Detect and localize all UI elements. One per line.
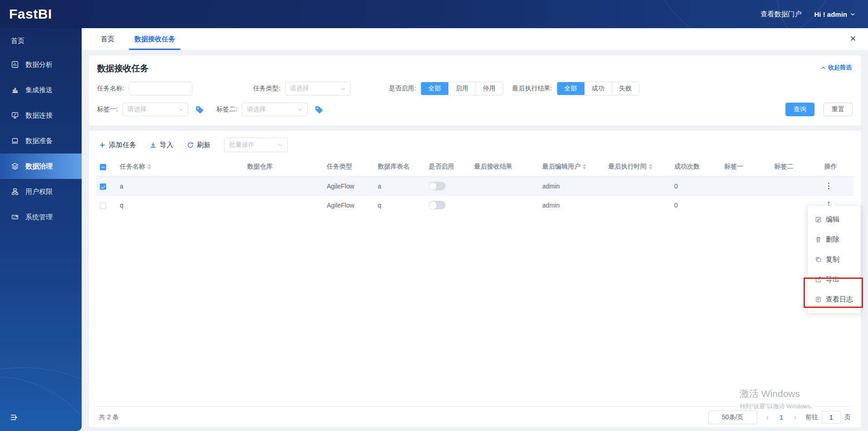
tag2-select[interactable]: 请选择	[242, 103, 308, 116]
task-type-select[interactable]: 请选择	[285, 82, 351, 95]
column-task-type: 任务类型	[323, 158, 374, 177]
sidebar-collapse-button[interactable]	[9, 412, 19, 424]
menu-item-delete[interactable]: 删除	[808, 229, 860, 249]
add-task-button[interactable]: 添加任务	[99, 141, 136, 149]
plus-icon	[99, 142, 106, 149]
tag2-manage-button[interactable]	[314, 104, 324, 114]
result-option-fail[interactable]: 失败	[612, 82, 639, 95]
column-last-exec-time[interactable]: 最后执行时间	[608, 163, 652, 171]
goto-label: 前往	[805, 413, 818, 421]
task-name-input[interactable]	[129, 82, 192, 95]
cell-warehouse	[244, 177, 323, 196]
trash-icon	[815, 236, 822, 243]
column-task-name[interactable]: 任务名称	[120, 163, 151, 171]
tag1-manage-button[interactable]	[195, 104, 205, 114]
table-footer: 共 2 条 50条/页 ‹ 1 › 前往 页	[96, 406, 853, 427]
task-type-label: 任务类型:	[253, 84, 280, 93]
sort-caret-icon[interactable]	[583, 164, 586, 169]
cell-success-count: 0	[671, 177, 721, 196]
enabled-toggle[interactable]	[429, 182, 446, 190]
sidebar-item-integration-push[interactable]: 集成推送	[0, 77, 82, 103]
app-logo: FastBI	[9, 6, 52, 22]
menu-item-view-log[interactable]: 查看日志	[808, 289, 860, 309]
enable-option-all[interactable]: 全部	[421, 82, 448, 95]
next-page-button[interactable]: ›	[791, 413, 799, 421]
batch-operation-select[interactable]: 批量操作	[224, 138, 288, 152]
column-enabled: 是否启用	[425, 158, 471, 177]
column-last-editor[interactable]: 最后编辑用户	[542, 163, 586, 171]
collapse-menu-icon	[9, 412, 19, 422]
chevron-down-icon	[850, 12, 855, 17]
task-name-label: 任务名称:	[97, 84, 124, 93]
sort-caret-icon[interactable]	[147, 164, 151, 169]
page-number-1[interactable]: 1	[778, 414, 785, 421]
cell-last-result	[471, 196, 539, 215]
menu-item-copy[interactable]: 复制	[808, 249, 860, 269]
result-option-success[interactable]: 成功	[584, 82, 612, 95]
sidebar-item-label: 数据分析	[25, 60, 53, 69]
enable-option-off[interactable]: 停用	[476, 82, 503, 95]
row-actions-dropdown: 编辑 删除 复制 导出 查看日志	[807, 205, 861, 313]
cell-editor: admin	[539, 196, 604, 215]
result-option-all[interactable]: 全部	[557, 82, 584, 95]
user-menu[interactable]: Hi ! admin	[814, 10, 855, 18]
row-checkbox[interactable]	[100, 203, 106, 209]
sidebar-item-label: 数据连接	[25, 111, 53, 120]
tag1-select[interactable]: 请选择	[123, 103, 188, 116]
collapse-filter-link[interactable]: 收起筛选	[821, 64, 852, 72]
page-title: 数据接收任务	[97, 63, 853, 74]
sidebar-item-home[interactable]: 首页	[0, 30, 82, 52]
tag-icon	[314, 104, 324, 114]
refresh-button[interactable]: 刷新	[187, 141, 211, 149]
page-unit-label: 页	[844, 413, 851, 421]
log-icon	[815, 296, 822, 303]
enable-filter-label: 是否启用:	[389, 84, 416, 93]
result-filter-group: 全部 成功 失败	[557, 82, 639, 95]
cell-db-table: a	[374, 177, 425, 196]
enabled-toggle[interactable]	[429, 201, 446, 209]
search-button[interactable]: 查询	[785, 103, 814, 116]
sidebar-item-label: 系统管理	[25, 213, 53, 222]
row-checkbox[interactable]	[100, 183, 106, 190]
sidebar-item-data-preparation[interactable]: 数据准备	[0, 128, 82, 154]
goto-page-input[interactable]	[822, 411, 841, 424]
tab-close-icon[interactable]: ✕	[850, 34, 856, 44]
tab-home[interactable]: 首页	[91, 28, 124, 50]
tag-icon	[195, 104, 205, 114]
row-actions-menu-button[interactable]	[824, 179, 834, 193]
tab-data-receive-task[interactable]: 数据接收任务	[124, 28, 185, 50]
menu-item-export[interactable]: 导出	[808, 269, 860, 289]
sidebar: 首页 数据分析 集成推送 数据连接 数据准备 数据治理 用户权限 系统管理	[0, 28, 82, 431]
table-row: q AgileFlow q admin 0	[96, 196, 853, 215]
table-toolbar: 添加任务 导入 刷新 批量操作	[96, 131, 853, 158]
column-tag2: 标签二	[770, 158, 820, 177]
layers-icon	[11, 162, 19, 170]
sidebar-item-data-connection[interactable]: 数据连接	[0, 103, 82, 128]
select-all-checkbox[interactable]	[100, 164, 106, 170]
table-row: a AgileFlow a admin 0	[96, 177, 853, 196]
result-filter-label: 最后执行结果:	[512, 84, 552, 93]
view-data-portal-link[interactable]: 查看数据门户	[760, 10, 801, 19]
sidebar-item-system-management[interactable]: 系统管理	[0, 204, 82, 230]
sort-caret-icon[interactable]	[649, 164, 652, 169]
menu-item-edit[interactable]: 编辑	[808, 209, 860, 229]
sidebar-item-user-permissions[interactable]: 用户权限	[0, 179, 82, 204]
chevron-down-icon	[298, 107, 303, 112]
download-icon	[150, 142, 157, 149]
import-button[interactable]: 导入	[150, 141, 173, 149]
column-db-table: 数据库表名	[374, 158, 425, 177]
reset-button[interactable]: 重置	[824, 103, 853, 116]
column-success-count: 成功次数	[671, 158, 721, 177]
tag1-label: 标签一:	[97, 105, 118, 114]
prev-page-button[interactable]: ‹	[764, 413, 771, 421]
cell-warehouse	[244, 196, 323, 215]
sidebar-item-label: 集成推送	[25, 86, 53, 94]
page-size-select[interactable]: 50条/页	[708, 411, 757, 424]
sidebar-item-data-analysis[interactable]: 数据分析	[0, 52, 82, 77]
task-table: 任务名称 数据仓库 任务类型 数据库表名 是否启用 最后接收结果 最后编辑用户 …	[96, 158, 853, 215]
sidebar-item-data-governance[interactable]: 数据治理	[0, 154, 82, 179]
laptop-icon	[11, 137, 19, 145]
filter-panel: 数据接收任务 收起筛选 任务名称: 任务类型: 请选择 是否启用: 全部	[89, 55, 861, 125]
pagination: 50条/页 ‹ 1 › 前往 页	[708, 411, 851, 424]
enable-option-on[interactable]: 启用	[448, 82, 476, 95]
